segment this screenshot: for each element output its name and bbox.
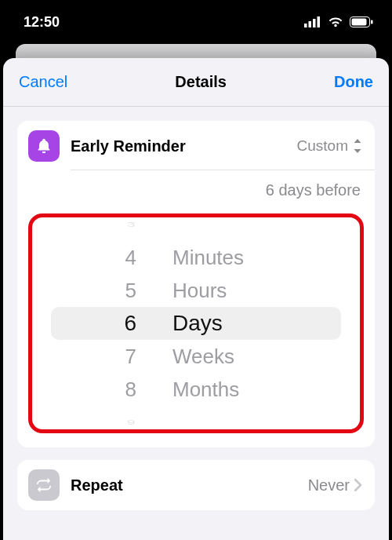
picker-highlight-frame: 3 4 5 6 7 8 9 Minutes Hours Days Weeks M…	[28, 213, 364, 433]
repeat-icon	[28, 469, 60, 501]
picker-unit-selected[interactable]: Days	[172, 307, 223, 340]
picker-number-column[interactable]: 3 4 5 6 7 8 9	[71, 217, 165, 429]
chevron-right-icon	[354, 479, 362, 491]
early-reminder-card: Early Reminder Custom 6 days before 3 4 …	[17, 121, 375, 447]
repeat-title: Repeat	[71, 476, 297, 494]
svg-rect-6	[371, 20, 373, 24]
status-right	[304, 16, 373, 27]
repeat-card: Repeat Never	[17, 460, 375, 510]
repeat-value-text: Never	[308, 476, 350, 494]
early-reminder-summary: 6 days before	[17, 170, 375, 207]
cellular-icon	[304, 16, 321, 27]
wifi-icon	[328, 16, 343, 27]
repeat-value: Never	[308, 476, 362, 494]
bell-icon	[28, 130, 60, 162]
time-picker: 3 4 5 6 7 8 9 Minutes Hours Days Weeks M…	[32, 217, 360, 429]
picker-number-item[interactable]: 8	[125, 373, 136, 406]
picker-unit-column[interactable]: Minutes Hours Days Weeks Months	[165, 217, 321, 429]
details-sheet: Cancel Details Done Early Reminder Custo…	[3, 58, 389, 540]
early-reminder-mode-picker[interactable]: Custom	[297, 137, 362, 155]
picker-number-selected[interactable]: 6	[124, 307, 136, 340]
battery-icon	[350, 16, 373, 27]
status-bar: 12:50	[0, 0, 392, 44]
picker-number-item[interactable]: 9	[126, 417, 135, 429]
early-reminder-title: Early Reminder	[71, 137, 286, 155]
repeat-row[interactable]: Repeat Never	[17, 460, 375, 510]
picker-unit-item[interactable]: Minutes	[172, 241, 244, 274]
nav-bar: Cancel Details Done	[3, 58, 389, 107]
svg-rect-5	[352, 19, 367, 26]
status-time: 12:50	[24, 14, 60, 31]
picker-number-item[interactable]: 7	[125, 340, 136, 373]
picker-unit-item[interactable]: Months	[172, 373, 239, 406]
picker-number-item[interactable]: 3	[126, 219, 135, 231]
early-reminder-mode-label: Custom	[297, 137, 348, 155]
background-sheet-peek	[16, 44, 376, 58]
sheet-content: Early Reminder Custom 6 days before 3 4 …	[3, 107, 389, 540]
up-down-chevron-icon	[353, 139, 362, 153]
svg-rect-1	[309, 21, 312, 27]
picker-unit-item[interactable]: Weeks	[172, 340, 234, 373]
cancel-button[interactable]: Cancel	[19, 73, 67, 91]
page-title: Details	[175, 73, 227, 91]
svg-rect-3	[318, 16, 321, 27]
early-reminder-row[interactable]: Early Reminder Custom	[17, 121, 375, 170]
svg-rect-0	[304, 24, 307, 27]
picker-unit-item[interactable]: Hours	[172, 274, 227, 307]
picker-number-item[interactable]: 4	[125, 241, 136, 274]
done-button[interactable]: Done	[334, 73, 373, 91]
svg-rect-2	[313, 19, 316, 27]
picker-number-item[interactable]: 5	[125, 274, 136, 307]
